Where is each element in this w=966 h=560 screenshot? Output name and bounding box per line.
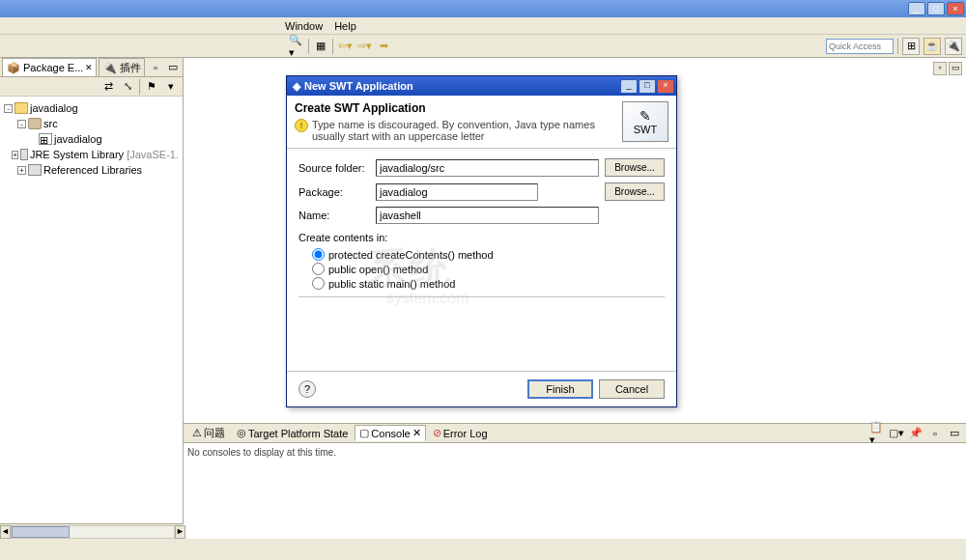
- radio-main-label: public static main() method: [328, 278, 455, 290]
- help-icon[interactable]: ?: [298, 380, 316, 398]
- dialog-maximize-button[interactable]: □: [639, 79, 656, 94]
- radio-main[interactable]: [312, 277, 325, 290]
- problems-icon: ⚠: [192, 427, 202, 439]
- window-titlebar: _ □ ×: [0, 0, 966, 17]
- open-console-icon[interactable]: 📋▾: [869, 426, 885, 441]
- tab-problems[interactable]: ⚠问题: [187, 424, 230, 442]
- tree-project[interactable]: - javadialog: [4, 100, 179, 116]
- tree-src[interactable]: - src: [4, 116, 179, 131]
- tab-close-icon[interactable]: ✕: [412, 427, 421, 439]
- back-icon[interactable]: ⇦▾: [337, 39, 353, 54]
- src-folder-icon: [28, 118, 42, 129]
- link-icon[interactable]: ⤡: [120, 79, 135, 95]
- separator: [139, 79, 140, 95]
- tab-target-platform[interactable]: ◎Target Platform State: [232, 425, 353, 441]
- browse-source-button[interactable]: Browse...: [605, 158, 665, 177]
- search-icon[interactable]: 🔍▾: [289, 39, 304, 54]
- package-input[interactable]: [376, 183, 538, 201]
- minimize-view-icon[interactable]: ▭: [165, 60, 181, 75]
- library-icon: [20, 149, 28, 160]
- menu-dropdown-icon[interactable]: ▾: [163, 79, 179, 95]
- tab-plugins[interactable]: 🔌 插件: [99, 58, 145, 76]
- radio-protected[interactable]: [312, 248, 325, 261]
- sidebar: 📦 Package E... ✕ 🔌 插件 ▫ ▭ ⇄ ⤡ ⚑ ▾ - java…: [0, 58, 184, 539]
- browse-package-button[interactable]: Browse...: [605, 182, 665, 201]
- dialog-header: Create SWT Application ! Type name is di…: [287, 96, 676, 149]
- forward-icon[interactable]: ⇨▾: [356, 39, 372, 54]
- tree-package[interactable]: ⊞ javadialog: [4, 131, 179, 147]
- minimize-button[interactable]: _: [908, 2, 925, 15]
- perspective-open-icon[interactable]: ⊞: [902, 38, 920, 55]
- scroll-right-icon[interactable]: ►: [175, 525, 185, 539]
- separator: [298, 296, 665, 297]
- source-folder-input[interactable]: [376, 159, 599, 177]
- tab-close-icon[interactable]: ✕: [85, 63, 93, 72]
- toolbar: 🔍▾ ▦ ⇦▾ ⇨▾ ➡ ⊞ ☕ 🔌: [0, 35, 966, 58]
- console-tabs: ⚠问题 ◎Target Platform State ▢Console ✕ ⊘E…: [184, 424, 966, 443]
- scroll-thumb[interactable]: [12, 526, 70, 538]
- display-icon[interactable]: ▢▾: [889, 426, 904, 441]
- perspective-java-icon[interactable]: ☕: [923, 38, 941, 55]
- expander-icon[interactable]: +: [12, 151, 18, 159]
- minimize-editor-icon[interactable]: ▫: [933, 62, 947, 75]
- nav-icon[interactable]: ➡: [376, 39, 391, 54]
- dialog-close-button[interactable]: ×: [657, 79, 674, 94]
- radio-open[interactable]: [312, 263, 325, 275]
- menubar: Window Help: [0, 17, 966, 35]
- tab-label: Package E...: [23, 62, 83, 73]
- perspective-plugin-icon[interactable]: 🔌: [945, 38, 962, 55]
- horizontal-scrollbar[interactable]: ◄ ►: [0, 523, 184, 539]
- collapse-icon[interactable]: ⇄: [100, 79, 116, 95]
- max-view-icon[interactable]: ▭: [947, 426, 962, 441]
- menu-window[interactable]: Window: [285, 20, 323, 32]
- console-icon: ▢: [359, 427, 369, 439]
- maximize-button[interactable]: □: [927, 2, 945, 15]
- radio-protected-label: protected createContents() method: [328, 249, 494, 261]
- tree-label: javadialog: [54, 133, 102, 145]
- dialog-warning: ! Type name is discouraged. By conventio…: [295, 119, 622, 142]
- tree-referenced[interactable]: + Referenced Libraries: [4, 162, 179, 178]
- quick-access-input[interactable]: [826, 39, 894, 54]
- separator: [308, 39, 309, 54]
- finish-button[interactable]: Finish: [527, 379, 593, 399]
- plugin-icon: 🔌: [102, 60, 118, 75]
- tab-error-log[interactable]: ⊘Error Log: [428, 425, 493, 441]
- min-view-icon[interactable]: ▫: [927, 426, 943, 441]
- console-panel: ⚠问题 ◎Target Platform State ▢Console ✕ ⊘E…: [184, 423, 966, 519]
- scroll-left-icon[interactable]: ◄: [0, 525, 11, 539]
- package-label: Package:: [298, 186, 370, 198]
- library-icon: [28, 164, 42, 176]
- dialog-icon: ◈: [293, 80, 300, 93]
- package-tree[interactable]: - javadialog - src ⊞ javadialog + JRE Sy…: [0, 97, 183, 539]
- dialog-minimize-button[interactable]: _: [620, 79, 638, 94]
- name-input[interactable]: [376, 207, 599, 224]
- view-menu-icon[interactable]: ▫: [148, 60, 163, 75]
- tree-jre[interactable]: + JRE System Library [JavaSE-1.: [4, 147, 179, 162]
- dialog-titlebar[interactable]: ◈New SWT Application _ □ ×: [287, 76, 676, 96]
- package-icon: 📦: [6, 60, 21, 75]
- menu-help[interactable]: Help: [334, 20, 356, 32]
- create-contents-group: Create contents in: protected createCont…: [298, 232, 665, 291]
- tab-package-explorer[interactable]: 📦 Package E... ✕: [2, 58, 97, 76]
- package-icon: ⊞: [39, 133, 52, 145]
- dialog-title: New SWT Application: [304, 80, 413, 92]
- dialog-header-title: Create SWT Application: [295, 101, 622, 115]
- filter-icon[interactable]: ⚑: [144, 79, 159, 95]
- scroll-track[interactable]: [11, 525, 175, 539]
- tree-label: javadialog: [30, 102, 78, 114]
- dialog-footer: ? Finish Cancel: [287, 371, 676, 406]
- cancel-button[interactable]: Cancel: [599, 379, 665, 399]
- expander-icon[interactable]: -: [17, 120, 26, 128]
- sidebar-tabs: 📦 Package E... ✕ 🔌 插件 ▫ ▭: [0, 58, 183, 77]
- tab-console[interactable]: ▢Console ✕: [355, 425, 425, 441]
- toggle-icon[interactable]: ▦: [313, 39, 328, 54]
- radio-open-label: public open() method: [328, 264, 428, 275]
- swt-logo: ✎ SWT: [622, 101, 668, 142]
- expander-icon[interactable]: +: [17, 166, 26, 175]
- maximize-editor-icon[interactable]: ▭: [949, 62, 962, 75]
- pin-icon[interactable]: 📌: [908, 426, 923, 441]
- new-swt-dialog: ◈New SWT Application _ □ × Create SWT Ap…: [286, 75, 677, 407]
- expander-icon[interactable]: -: [4, 104, 13, 113]
- editor-controls: ▫ ▭: [933, 62, 962, 75]
- close-button[interactable]: ×: [947, 2, 964, 15]
